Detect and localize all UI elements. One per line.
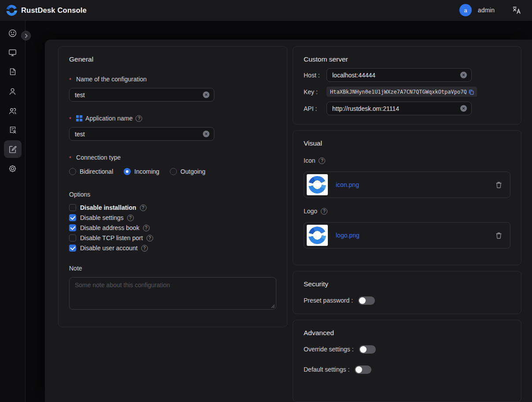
sidebar-item-custom-client[interactable] xyxy=(4,140,22,158)
checkbox-disable-settings[interactable]: Disable settings xyxy=(69,214,276,221)
right-column: Custom server Host : localhost:44444 Key… xyxy=(293,46,521,402)
connection-type-group: Bidirectional Incoming Outgoing xyxy=(69,168,276,175)
default-settings-label: Default settings : xyxy=(304,366,349,373)
checkbox-icon xyxy=(69,214,76,221)
visual-card: Visual Icon icon.png xyxy=(293,130,521,265)
monitor-icon xyxy=(8,48,17,57)
resize-handle-icon[interactable] xyxy=(271,304,275,308)
sidebar-item-documents[interactable] xyxy=(4,63,22,80)
override-settings-toggle[interactable] xyxy=(359,345,376,354)
sidebar-item-users[interactable] xyxy=(4,82,22,100)
trash-icon[interactable] xyxy=(495,181,502,188)
help-icon[interactable] xyxy=(319,157,325,164)
sidebar-collapse-button[interactable] xyxy=(21,31,31,40)
radio-circle-icon xyxy=(170,168,177,175)
api-input[interactable]: http://rustdesk.om:21114 xyxy=(327,102,472,115)
app-name-input[interactable]: test xyxy=(69,127,214,141)
logo-file-link[interactable]: logo.png xyxy=(336,232,488,239)
clear-icon[interactable] xyxy=(203,91,209,98)
override-settings-row: Override settings : xyxy=(304,345,510,354)
smiley-face-icon xyxy=(8,29,17,38)
override-settings-label: Override settings : xyxy=(304,346,354,353)
document-user-icon xyxy=(8,125,17,134)
api-row: API : http://rustdesk.om:21114 xyxy=(304,102,510,115)
host-label: Host : xyxy=(304,72,327,79)
radio-circle-icon xyxy=(69,168,76,175)
radio-incoming[interactable]: Incoming xyxy=(124,168,159,175)
clear-icon[interactable] xyxy=(203,131,209,137)
note-textarea[interactable]: Some note about this configuration xyxy=(69,277,276,310)
sidebar-item-devices[interactable] xyxy=(4,44,22,61)
checkbox-icon xyxy=(69,204,76,211)
brand: RustDesk Console xyxy=(6,5,87,16)
sidebar-item-groups[interactable] xyxy=(4,102,22,119)
radio-bidirectional[interactable]: Bidirectional xyxy=(69,168,113,175)
help-icon[interactable] xyxy=(127,215,134,221)
windows-logo-icon xyxy=(76,115,82,121)
logo-file-row: logo.png xyxy=(304,222,510,249)
username[interactable]: admin xyxy=(478,7,495,14)
visual-title: Visual xyxy=(304,139,510,147)
checkbox-disable-user-account[interactable]: Disable user account xyxy=(69,245,276,252)
help-icon[interactable] xyxy=(321,208,327,215)
content-area: General Name of the configuration test A… xyxy=(26,21,532,402)
options-label: Options xyxy=(69,191,276,198)
sidebar-item-settings[interactable] xyxy=(4,160,22,177)
custom-server-title: Custom server xyxy=(304,55,510,63)
sidebar-item-dashboard[interactable] xyxy=(4,24,22,42)
checkbox-icon xyxy=(69,234,76,241)
radio-circle-icon xyxy=(124,168,131,175)
help-icon[interactable] xyxy=(141,245,148,252)
gear-icon xyxy=(8,164,17,173)
document-icon xyxy=(8,67,17,76)
translate-icon[interactable] xyxy=(512,6,521,15)
api-label: API : xyxy=(304,105,327,112)
icon-file-link[interactable]: icon.png xyxy=(336,181,488,188)
logo-thumbnail xyxy=(307,225,328,246)
clear-icon[interactable] xyxy=(460,105,467,112)
preset-password-row: Preset password : xyxy=(304,296,510,305)
help-icon[interactable] xyxy=(140,205,147,211)
preset-password-label: Preset password : xyxy=(304,297,353,304)
preset-password-toggle[interactable] xyxy=(358,296,375,305)
help-icon[interactable] xyxy=(136,115,142,122)
checkbox-disable-address-book[interactable]: Disable address book xyxy=(69,224,276,231)
host-input[interactable]: localhost:44444 xyxy=(327,68,472,82)
logo-label: Logo xyxy=(304,208,510,215)
key-row: Key : HtaXBkJNHyn0e1U1jWXze7A7CN7QTGWqxk… xyxy=(304,87,510,97)
app-title: RustDesk Console xyxy=(21,6,87,15)
checkbox-icon xyxy=(69,245,76,252)
default-settings-toggle[interactable] xyxy=(355,365,371,374)
help-icon[interactable] xyxy=(143,225,150,231)
config-name-input[interactable]: test xyxy=(69,88,214,102)
help-icon[interactable] xyxy=(147,235,153,241)
user-group-icon xyxy=(8,106,17,115)
security-card: Security Preset password : xyxy=(293,271,521,314)
options-list: Disable installation Disable settings Di… xyxy=(69,204,276,252)
icon-thumbnail xyxy=(307,174,328,195)
header-right: a admin xyxy=(459,4,521,16)
config-name-label: Name of the configuration xyxy=(69,76,276,83)
app-name-label: Application name xyxy=(69,115,276,122)
icon-file-row: icon.png xyxy=(304,172,510,198)
icon-label: Icon xyxy=(304,157,510,164)
clear-icon[interactable] xyxy=(460,72,467,78)
advanced-title: Advanced xyxy=(304,329,510,337)
trash-icon[interactable] xyxy=(495,232,502,239)
edit-square-icon xyxy=(8,145,17,154)
checkbox-icon xyxy=(69,224,76,231)
sidebar-item-audit[interactable] xyxy=(4,121,22,139)
copy-icon[interactable] xyxy=(468,89,474,95)
checkbox-disable-tcp-listen-port[interactable]: Disable TCP listen port xyxy=(69,234,276,241)
host-row: Host : localhost:44444 xyxy=(304,68,510,82)
config-name-value: test xyxy=(75,91,203,99)
advanced-card: Advanced Override settings : Default set… xyxy=(293,320,521,402)
custom-server-card: Custom server Host : localhost:44444 Key… xyxy=(293,46,521,124)
checkbox-disable-installation[interactable]: Disable installation xyxy=(69,204,276,211)
main-panel: General Name of the configuration test A… xyxy=(45,40,532,402)
key-value-chip: HtaXBkJNHyn0e1U1jWXze7A7CN7QTGWqxkOtpaVp… xyxy=(327,87,477,97)
radio-outgoing[interactable]: Outgoing xyxy=(170,168,205,175)
key-value: HtaXBkJNHyn0e1U1jWXze7A7CN7QTGWqxkOtpaVp… xyxy=(330,89,466,95)
avatar[interactable]: a xyxy=(459,4,472,16)
note-label: Note xyxy=(69,265,276,272)
